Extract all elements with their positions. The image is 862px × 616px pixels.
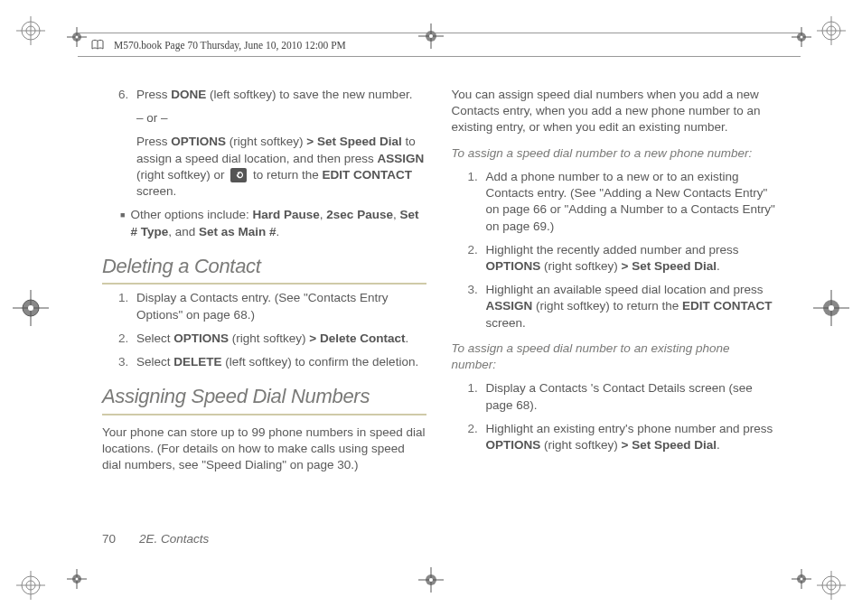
svg-point-44 bbox=[76, 578, 79, 581]
step-body: Display a Contacts entry. (See "Contacts… bbox=[136, 290, 426, 322]
assign-label: ASSIGN bbox=[486, 299, 533, 313]
options-label: OPTIONS bbox=[486, 438, 541, 452]
text: Highlight an available speed dial locati… bbox=[486, 283, 764, 296]
step-number: 1. bbox=[468, 169, 486, 235]
svg-point-36 bbox=[76, 36, 79, 39]
step-6-alt: Press OPTIONS (right softkey) > Set Spee… bbox=[102, 134, 426, 200]
existing-step-1: 1. Display a Contacts 's Contact Details… bbox=[452, 380, 776, 413]
assign-intro-paragraph: Your phone can store up to 99 phone numb… bbox=[102, 425, 426, 474]
options-label: OPTIONS bbox=[486, 259, 541, 273]
step-body: Select DELETE (left softkey) to confirm … bbox=[136, 354, 426, 370]
delete-label: DELETE bbox=[173, 355, 221, 369]
done-label: DONE bbox=[171, 88, 206, 101]
step-6: 6. Press DONE (left softkey) to save the… bbox=[102, 87, 426, 103]
page-number: 70 bbox=[102, 532, 116, 546]
delete-step-1: 1. Display a Contacts entry. (See "Conta… bbox=[102, 290, 426, 322]
or-separator: – or – bbox=[102, 110, 426, 126]
svg-point-24 bbox=[829, 305, 834, 311]
step-body: Add a phone number to a new or to an exi… bbox=[486, 169, 776, 235]
bullet-body: Other options include: Hard Pause, 2sec … bbox=[130, 207, 426, 239]
crop-mark-icon bbox=[418, 23, 444, 49]
edit-contact-label: EDIT CONTACT bbox=[682, 299, 773, 313]
text: Press bbox=[136, 135, 171, 148]
step-body: Press DONE (left softkey) to save the ne… bbox=[136, 87, 426, 103]
subheading-new-number: To assign a speed dial number to a new p… bbox=[452, 145, 776, 162]
step-body: Select OPTIONS (right softkey) > Delete … bbox=[136, 331, 426, 347]
step-body: Highlight an existing entry's phone numb… bbox=[486, 421, 776, 453]
set-speed-dial-label: Set Speed Dial bbox=[314, 135, 402, 148]
text: to return the bbox=[249, 168, 322, 182]
text: Highlight the recently added number and … bbox=[486, 243, 739, 257]
text: . bbox=[717, 438, 720, 452]
crop-mark-icon bbox=[67, 569, 87, 589]
heading-deleting-contact: Deleting a Contact bbox=[102, 253, 426, 285]
text: (right softkey) to return the bbox=[532, 299, 682, 313]
text: screen. bbox=[136, 184, 176, 198]
section-label: 2E. Contacts bbox=[139, 532, 209, 546]
text: (right softkey) bbox=[229, 331, 309, 345]
other-options-bullet: ■ Other options include: Hard Pause, 2se… bbox=[102, 207, 426, 239]
text: . bbox=[276, 225, 280, 238]
book-icon bbox=[90, 38, 105, 52]
svg-point-40 bbox=[801, 36, 803, 39]
svg-point-20 bbox=[28, 305, 33, 311]
right-column: You can assign speed dial numbers when y… bbox=[452, 87, 776, 571]
text: (left softkey) to confirm the deletion. bbox=[222, 355, 419, 369]
step-number: 1. bbox=[468, 380, 486, 413]
text: (right softkey) bbox=[226, 135, 306, 148]
crop-mark-icon bbox=[13, 290, 49, 326]
svg-point-48 bbox=[801, 578, 803, 581]
delete-contact-label: Delete Contact bbox=[316, 331, 405, 345]
text: . bbox=[406, 331, 409, 345]
subheading-existing-number: To assign a speed dial number to an exis… bbox=[452, 341, 776, 373]
text: Select bbox=[136, 355, 173, 369]
heading-assigning-speed-dial: Assigning Speed Dial Numbers bbox=[102, 383, 426, 415]
left-column: 6. Press DONE (left softkey) to save the… bbox=[102, 87, 426, 571]
svg-point-28 bbox=[429, 34, 433, 38]
registration-mark-icon bbox=[817, 571, 846, 600]
hard-pause-label: Hard Pause bbox=[253, 208, 320, 221]
registration-mark-icon bbox=[16, 571, 45, 600]
text: (right softkey) or bbox=[136, 168, 228, 182]
text: (left softkey) to save the new number. bbox=[206, 88, 412, 101]
step-body: Highlight the recently added number and … bbox=[486, 242, 776, 275]
text: (right softkey) bbox=[540, 259, 621, 273]
set-main-label: Set as Main # bbox=[199, 225, 276, 238]
text: . bbox=[717, 259, 720, 273]
page-footer: 702E. Contacts bbox=[102, 532, 209, 546]
text: (right softkey) bbox=[540, 438, 621, 452]
crop-mark-icon bbox=[792, 569, 811, 589]
step-number: 6. bbox=[118, 87, 136, 103]
text: , and bbox=[168, 225, 199, 238]
step-number: 2. bbox=[118, 331, 136, 347]
delete-step-3: 3. Select DELETE (left softkey) to confi… bbox=[102, 354, 426, 370]
set-speed-dial-label: Set Speed Dial bbox=[628, 438, 717, 452]
assign-continuation-paragraph: You can assign speed dial numbers when y… bbox=[452, 87, 776, 136]
crop-mark-icon bbox=[67, 27, 87, 47]
options-label: OPTIONS bbox=[171, 135, 226, 148]
page-content: 6. Press DONE (left softkey) to save the… bbox=[102, 87, 775, 571]
step-number: 3. bbox=[468, 282, 486, 331]
bullet-icon: ■ bbox=[120, 207, 130, 239]
delete-step-2: 2. Select OPTIONS (right softkey) > Dele… bbox=[102, 331, 426, 347]
new-step-2: 2. Highlight the recently added number a… bbox=[452, 242, 776, 275]
step-number: 2. bbox=[468, 421, 486, 453]
text: Select bbox=[136, 331, 173, 345]
registration-mark-icon bbox=[16, 16, 45, 45]
text: Highlight an existing entry's phone numb… bbox=[486, 422, 773, 435]
step-number: 1. bbox=[118, 290, 136, 322]
back-key-icon bbox=[230, 168, 247, 182]
crop-mark-icon bbox=[792, 27, 811, 47]
new-step-3: 3. Highlight an available speed dial loc… bbox=[452, 282, 776, 331]
svg-point-32 bbox=[429, 578, 433, 582]
step-number: 3. bbox=[118, 354, 136, 370]
page-header: M570.book Page 70 Thursday, June 10, 201… bbox=[90, 38, 346, 52]
crop-mark-icon bbox=[418, 567, 444, 593]
assign-label: ASSIGN bbox=[377, 152, 424, 165]
options-label: OPTIONS bbox=[173, 331, 229, 345]
text: Press bbox=[136, 88, 171, 101]
page-header-text: M570.book Page 70 Thursday, June 10, 201… bbox=[114, 40, 346, 51]
twosec-pause-label: 2sec Pause bbox=[326, 208, 393, 221]
text: Other options include: bbox=[130, 208, 252, 221]
registration-mark-icon bbox=[817, 16, 846, 45]
